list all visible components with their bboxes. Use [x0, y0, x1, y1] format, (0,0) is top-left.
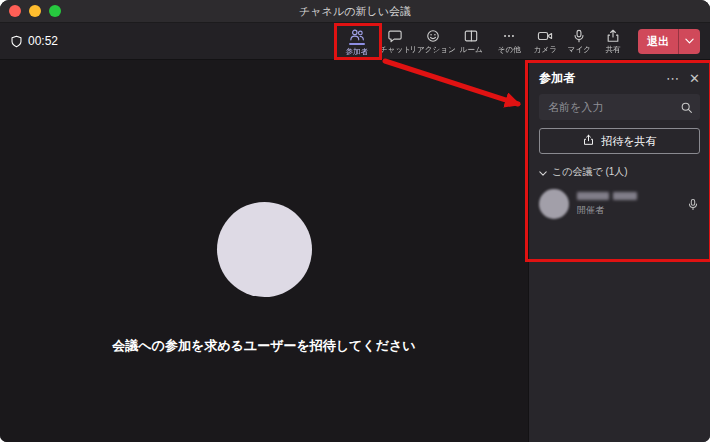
- mic-icon[interactable]: [686, 198, 700, 211]
- share-screen-icon: [605, 29, 621, 43]
- share-icon: [582, 134, 595, 148]
- device-label: マイク: [567, 44, 590, 54]
- section-label: この会議で (1人): [552, 165, 628, 179]
- shield-icon: [10, 35, 23, 48]
- timer-value: 00:52: [28, 34, 58, 48]
- active-tab-indicator: [349, 43, 365, 45]
- share-invite-label: 招待を共有: [601, 134, 656, 149]
- participant-name-redacted: [577, 192, 678, 200]
- device-label: 共有: [605, 44, 620, 54]
- minimize-window-button[interactable]: [29, 5, 41, 17]
- camera-icon: [537, 29, 553, 43]
- avatar-placeholder: [217, 202, 312, 297]
- toolbar-tab-more[interactable]: その他: [490, 26, 528, 57]
- tab-label: チャット: [379, 44, 410, 54]
- leave-button[interactable]: 退出: [638, 29, 700, 54]
- invite-message: 会議への参加を求めるユーザーを招待してください: [112, 337, 415, 355]
- meeting-timer: 00:52: [10, 34, 58, 48]
- teams-meeting-window: チャネルの新しい会議 00:52 参加者 チャット: [0, 0, 710, 442]
- share-button[interactable]: 共有: [596, 27, 630, 55]
- leave-label: 退出: [638, 34, 678, 49]
- tab-label: ルーム: [459, 44, 482, 54]
- device-buttons: カメラ マイク 共有: [528, 27, 630, 55]
- close-icon[interactable]: ✕: [689, 72, 700, 85]
- chevron-down-icon: [539, 167, 547, 178]
- share-invite-button[interactable]: 招待を共有: [539, 128, 700, 154]
- search-icon[interactable]: [680, 101, 693, 114]
- mic-icon: [571, 29, 587, 43]
- more-icon: [501, 29, 517, 43]
- toolbar-tab-rooms[interactable]: ルーム: [452, 26, 490, 57]
- tab-label: リアクション: [410, 44, 457, 54]
- titlebar: チャネルの新しい会議: [0, 0, 710, 23]
- reactions-icon: [425, 29, 441, 43]
- toolbar-tab-participants[interactable]: 参加者: [338, 26, 376, 57]
- participant-row[interactable]: 開催者: [539, 189, 700, 219]
- more-options-icon[interactable]: ⋯: [666, 72, 679, 85]
- content-area: 会議への参加を求めるユーザーを招待してください 参加者 ⋯ ✕ 招待を共有: [0, 60, 710, 442]
- chevron-down-icon[interactable]: [679, 38, 700, 44]
- tab-label: 参加者: [346, 46, 369, 56]
- traffic-lights: [9, 5, 61, 17]
- people-icon: [349, 28, 365, 42]
- rooms-icon: [463, 29, 479, 43]
- search-box[interactable]: [539, 94, 700, 120]
- participant-role: 開催者: [577, 204, 678, 217]
- participant-avatar: [539, 189, 569, 219]
- tab-label: その他: [497, 44, 520, 54]
- toolbar-tab-reactions[interactable]: リアクション: [414, 26, 452, 57]
- panel-title: 参加者: [539, 70, 656, 87]
- mic-button[interactable]: マイク: [562, 27, 596, 55]
- window-title: チャネルの新しい会議: [299, 4, 411, 19]
- chat-icon: [387, 29, 403, 43]
- zoom-window-button[interactable]: [49, 5, 61, 17]
- panel-header: 参加者 ⋯ ✕: [539, 70, 700, 86]
- close-window-button[interactable]: [9, 5, 21, 17]
- participants-panel: 参加者 ⋯ ✕ 招待を共有 この会議で (1人): [528, 60, 710, 442]
- search-input[interactable]: [546, 100, 680, 114]
- device-label: カメラ: [533, 44, 556, 54]
- toolbar-tabs: 参加者 チャット リアクション ルーム: [338, 26, 528, 57]
- participant-info: 開催者: [577, 192, 678, 217]
- meeting-toolbar: 00:52 参加者 チャット リアクション: [0, 23, 710, 60]
- camera-button[interactable]: カメラ: [528, 27, 562, 55]
- section-header[interactable]: この会議で (1人): [539, 165, 700, 179]
- meeting-stage: 会議への参加を求めるユーザーを招待してください: [0, 60, 528, 442]
